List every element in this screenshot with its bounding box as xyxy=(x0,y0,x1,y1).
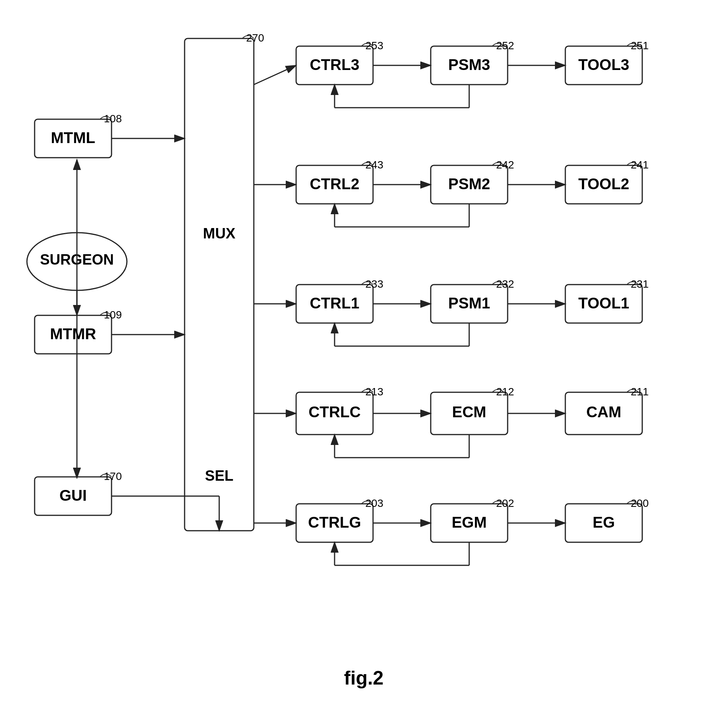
figure-label: fig.2 xyxy=(344,667,384,689)
tool2-id: 241 xyxy=(631,159,649,171)
cam-label: CAM xyxy=(586,403,621,420)
psm3-label: PSM3 xyxy=(448,56,490,73)
tool2-label: TOOL2 xyxy=(578,175,630,192)
tool3-id: 251 xyxy=(631,40,649,52)
diagram: SURGEON MTML 108 MTMR 109 GUI 170 MUX SE… xyxy=(0,0,728,728)
psm3-id: 252 xyxy=(496,40,514,52)
gui-id: 170 xyxy=(104,470,122,482)
ctrl1-label: CTRL1 xyxy=(310,295,360,312)
sel-label: SEL xyxy=(205,468,233,484)
mtml-label: MTML xyxy=(51,129,95,146)
ctrl3-label: CTRL3 xyxy=(310,56,360,73)
mtmr-id: 109 xyxy=(104,309,122,321)
eg-id: 200 xyxy=(631,497,649,509)
tool1-label: TOOL1 xyxy=(578,295,630,312)
mtml-id: 108 xyxy=(104,113,122,125)
mux-label: MUX xyxy=(203,225,236,242)
ecm-label: ECM xyxy=(452,403,486,420)
ctrl2-id: 243 xyxy=(365,159,383,171)
eg-label: EG xyxy=(593,514,615,531)
egm-id: 202 xyxy=(496,497,514,509)
tool1-id: 231 xyxy=(631,278,649,290)
psm1-label: PSM1 xyxy=(448,295,490,312)
ctrl3-id: 253 xyxy=(365,40,383,52)
ctrl1-id: 233 xyxy=(365,278,383,290)
cam-id: 211 xyxy=(631,386,649,398)
ctrlc-label: CTRLC xyxy=(308,403,361,420)
psm2-label: PSM2 xyxy=(448,175,490,192)
ctrlg-label: CTRLG xyxy=(308,514,361,531)
mux-id: 270 xyxy=(246,32,264,44)
psm2-id: 242 xyxy=(496,159,514,171)
mtmr-label: MTMR xyxy=(50,325,96,342)
gui-label: GUI xyxy=(59,487,87,504)
psm1-id: 232 xyxy=(496,278,514,290)
ctrlg-id: 203 xyxy=(365,497,383,509)
ctrlc-id: 213 xyxy=(365,386,383,398)
ctrl2-label: CTRL2 xyxy=(310,175,360,192)
mux-box xyxy=(185,38,254,531)
tool3-label: TOOL3 xyxy=(578,56,630,73)
egm-label: EGM xyxy=(451,514,486,531)
svg-rect-1 xyxy=(0,0,728,728)
ecm-id: 212 xyxy=(496,386,514,398)
